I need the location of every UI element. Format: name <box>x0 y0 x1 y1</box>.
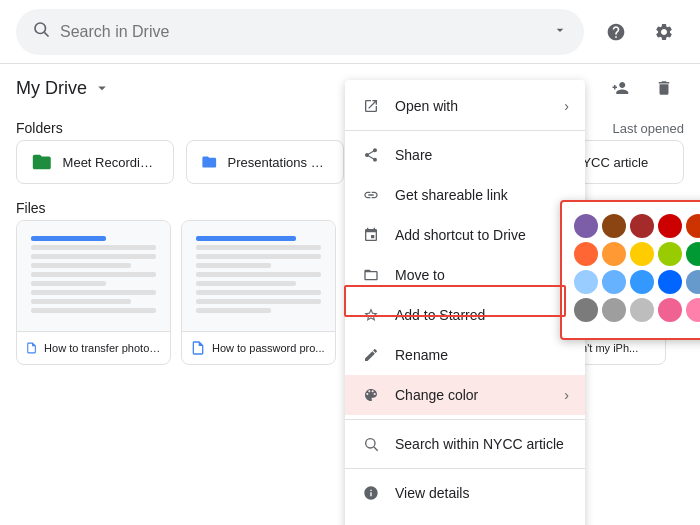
color-swatch[interactable] <box>630 214 654 238</box>
svg-line-3 <box>374 447 378 451</box>
menu-item-move[interactable]: Move to <box>345 255 585 295</box>
file-preview <box>17 221 170 331</box>
link-icon <box>361 185 381 205</box>
open-with-icon <box>361 96 381 116</box>
file-name: How to transfer photos to th... <box>44 342 162 354</box>
search-within-icon <box>361 434 381 454</box>
help-button[interactable] <box>596 12 636 52</box>
file-name: How to password pro... <box>212 342 325 354</box>
color-swatch[interactable] <box>658 214 682 238</box>
color-swatch[interactable] <box>574 242 598 266</box>
trash-button[interactable] <box>644 68 684 108</box>
menu-label: View details <box>395 485 469 501</box>
search-bar <box>16 9 584 55</box>
files-label: Files <box>16 200 46 216</box>
submenu-arrow: › <box>564 387 569 403</box>
svg-point-2 <box>366 439 375 448</box>
last-opened-label: Last opened <box>612 121 684 136</box>
menu-item-rename[interactable]: Rename <box>345 335 585 375</box>
file-info: How to transfer photos to th... <box>17 331 170 364</box>
share-icon <box>361 145 381 165</box>
star-icon <box>361 305 381 325</box>
menu-item-search-within[interactable]: Search within NYCC article <box>345 424 585 464</box>
folder-icon <box>31 151 53 173</box>
color-row <box>574 298 700 322</box>
menu-label: Change color <box>395 387 478 403</box>
color-row <box>574 242 700 266</box>
color-picker <box>560 200 700 340</box>
header-icons <box>596 12 684 52</box>
file-info: How to password pro... <box>182 331 335 364</box>
color-swatch[interactable] <box>686 298 700 322</box>
menu-label: Add to Starred <box>395 307 485 323</box>
menu-item-download[interactable]: Download <box>345 513 585 525</box>
color-swatch[interactable] <box>686 242 700 266</box>
color-swatch[interactable] <box>658 242 682 266</box>
menu-item-get-link[interactable]: Get shareable link <box>345 175 585 215</box>
color-swatch[interactable] <box>602 298 626 322</box>
menu-label: Rename <box>395 347 448 363</box>
color-swatch[interactable] <box>630 298 654 322</box>
submenu-arrow: › <box>564 98 569 114</box>
menu-divider <box>345 419 585 420</box>
color-swatch[interactable] <box>574 214 598 238</box>
menu-item-share[interactable]: Share <box>345 135 585 175</box>
color-row <box>574 214 700 238</box>
color-swatch[interactable] <box>658 298 682 322</box>
menu-divider <box>345 468 585 469</box>
context-menu: Open with › Share Get shareable link Add… <box>345 80 585 525</box>
menu-label: Open with <box>395 98 458 114</box>
search-icon <box>32 20 50 43</box>
color-swatch[interactable] <box>686 270 700 294</box>
menu-label: Add shortcut to Drive <box>395 227 526 243</box>
color-row <box>574 270 700 294</box>
color-swatch[interactable] <box>602 242 626 266</box>
menu-label: Search within NYCC article <box>395 436 564 452</box>
color-swatch[interactable] <box>602 270 626 294</box>
menu-divider <box>345 130 585 131</box>
color-swatch[interactable] <box>630 270 654 294</box>
color-icon <box>361 385 381 405</box>
header <box>0 0 700 64</box>
my-drive-label: My Drive <box>16 78 87 99</box>
file-card[interactable]: How to password pro... <box>181 220 336 365</box>
color-swatch[interactable] <box>574 270 598 294</box>
color-swatch[interactable] <box>574 298 598 322</box>
menu-label: Get shareable link <box>395 187 508 203</box>
color-swatch[interactable] <box>686 214 700 238</box>
menu-label: Move to <box>395 267 445 283</box>
doc-icon <box>190 340 206 356</box>
color-swatch[interactable] <box>630 242 654 266</box>
folders-label: Folders <box>16 120 63 136</box>
folder-name: Meet Recordings <box>63 155 159 170</box>
menu-item-change-color[interactable]: Change color › <box>345 375 585 415</box>
search-dropdown-icon[interactable] <box>552 22 568 42</box>
menu-item-open-with[interactable]: Open with › <box>345 86 585 126</box>
details-icon <box>361 483 381 503</box>
file-preview <box>182 221 335 331</box>
menu-item-shortcut[interactable]: Add shortcut to Drive ? <box>345 215 585 255</box>
folder-icon <box>201 151 218 173</box>
add-person-button[interactable] <box>600 68 640 108</box>
my-drive-button[interactable]: My Drive <box>16 78 111 99</box>
folder-item[interactable]: Presentations and Se... <box>186 140 344 184</box>
svg-line-1 <box>44 32 48 36</box>
color-swatch[interactable] <box>602 214 626 238</box>
menu-item-starred[interactable]: Add to Starred <box>345 295 585 335</box>
rename-icon <box>361 345 381 365</box>
search-input[interactable] <box>60 23 542 41</box>
menu-label: Share <box>395 147 432 163</box>
color-swatch[interactable] <box>658 270 682 294</box>
svg-point-0 <box>35 23 46 34</box>
menu-item-view-details[interactable]: View details <box>345 473 585 513</box>
folder-item[interactable]: Meet Recordings <box>16 140 174 184</box>
file-card[interactable]: How to transfer photos to th... <box>16 220 171 365</box>
shortcut-icon <box>361 225 381 245</box>
move-icon <box>361 265 381 285</box>
folder-name: Presentations and Se... <box>228 155 329 170</box>
settings-button[interactable] <box>644 12 684 52</box>
doc-icon <box>25 340 38 356</box>
